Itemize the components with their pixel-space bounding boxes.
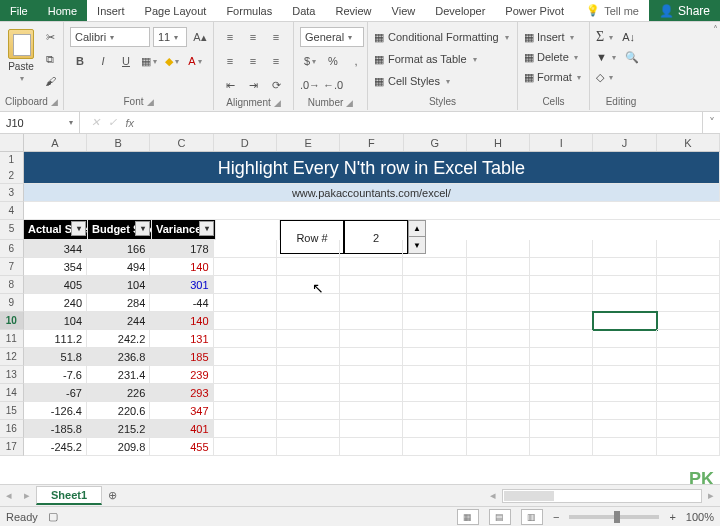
cell[interactable] <box>530 366 593 384</box>
cell[interactable] <box>657 348 720 366</box>
sheet-nav-prev[interactable]: ◂ <box>0 489 18 502</box>
cell[interactable] <box>403 240 466 258</box>
share-button[interactable]: 👤Share <box>649 0 720 21</box>
row-header[interactable]: 14 <box>0 384 24 402</box>
cell[interactable] <box>403 402 466 420</box>
cell[interactable] <box>403 348 466 366</box>
bold-button[interactable]: B <box>70 51 90 71</box>
cell[interactable] <box>657 240 720 258</box>
zoom-slider[interactable] <box>569 515 659 519</box>
cell[interactable] <box>340 384 403 402</box>
cell[interactable] <box>530 438 593 456</box>
cell[interactable] <box>657 438 720 456</box>
cell[interactable] <box>214 402 277 420</box>
tab-home[interactable]: Home <box>38 0 87 21</box>
cell[interactable] <box>593 366 656 384</box>
increase-decimal-button[interactable]: .0→ <box>300 75 320 95</box>
cell[interactable] <box>657 420 720 438</box>
cell[interactable] <box>277 402 340 420</box>
cell[interactable] <box>214 366 277 384</box>
cell[interactable] <box>593 240 656 258</box>
italic-button[interactable]: I <box>93 51 113 71</box>
row-header[interactable]: 4 <box>0 202 24 220</box>
cell[interactable] <box>340 258 403 276</box>
sheet-nav-next[interactable]: ▸ <box>18 489 36 502</box>
cell[interactable]: 226 <box>87 384 150 402</box>
find-select-button[interactable]: 🔍 <box>625 51 639 64</box>
expand-formula-bar-button[interactable]: ˅ <box>702 112 720 133</box>
percent-format-button[interactable]: % <box>323 51 343 71</box>
zoom-out-button[interactable]: − <box>553 511 559 523</box>
cell[interactable] <box>340 312 403 330</box>
col-header[interactable]: I <box>530 134 593 151</box>
cell[interactable] <box>340 276 403 294</box>
spinner-up-button[interactable]: ▲ <box>409 221 425 237</box>
row-header[interactable]: 10 <box>0 312 24 330</box>
number-launcher[interactable]: ◢ <box>346 98 353 108</box>
cell[interactable] <box>593 258 656 276</box>
cell[interactable] <box>277 294 340 312</box>
orientation-button[interactable]: ⟳ <box>266 75 286 95</box>
row-header[interactable]: 8 <box>0 276 24 294</box>
tab-power-pivot[interactable]: Power Pivot <box>495 0 574 21</box>
zoom-in-button[interactable]: + <box>669 511 675 523</box>
cell[interactable] <box>277 348 340 366</box>
cell[interactable] <box>593 276 656 294</box>
cell[interactable] <box>657 312 720 330</box>
cell[interactable]: 494 <box>87 258 150 276</box>
tab-file[interactable]: File <box>0 0 38 21</box>
col-header[interactable]: F <box>340 134 403 151</box>
delete-cells-button[interactable]: ▦Delete▾ <box>524 47 581 67</box>
font-size-combo[interactable]: 11▾ <box>153 27 187 47</box>
increase-font-button[interactable]: A▴ <box>190 27 210 47</box>
cell[interactable]: 140 <box>150 312 213 330</box>
row-header[interactable]: 3 <box>0 184 24 202</box>
align-top-button[interactable]: ≡ <box>220 27 240 47</box>
cell[interactable] <box>593 384 656 402</box>
cell[interactable]: 140 <box>150 258 213 276</box>
cell[interactable] <box>467 294 530 312</box>
tab-page-layout[interactable]: Page Layout <box>135 0 217 21</box>
cell-styles-button[interactable]: ▦Cell Styles▾ <box>374 71 509 91</box>
cell[interactable] <box>277 420 340 438</box>
cut-button[interactable]: ✂ <box>40 27 60 47</box>
cell[interactable] <box>214 258 277 276</box>
format-cells-button[interactable]: ▦Format▾ <box>524 67 581 87</box>
cell[interactable] <box>277 366 340 384</box>
row-header[interactable]: 11 <box>0 330 24 348</box>
fill-button[interactable]: ▼ <box>596 51 607 63</box>
col-header[interactable]: B <box>87 134 150 151</box>
cell[interactable]: 242.2 <box>87 330 150 348</box>
cell[interactable] <box>657 402 720 420</box>
cell[interactable] <box>403 420 466 438</box>
cell[interactable] <box>277 312 340 330</box>
tab-insert[interactable]: Insert <box>87 0 135 21</box>
macro-record-button[interactable]: ▢ <box>48 510 58 523</box>
cell[interactable] <box>467 420 530 438</box>
cell[interactable]: -185.8 <box>24 420 87 438</box>
cell[interactable] <box>214 348 277 366</box>
cell[interactable]: 455 <box>150 438 213 456</box>
cell[interactable]: -67 <box>24 384 87 402</box>
conditional-formatting-button[interactable]: ▦Conditional Formatting▾ <box>374 27 509 47</box>
cell[interactable] <box>277 258 340 276</box>
cell[interactable] <box>657 366 720 384</box>
paste-button[interactable]: Paste▾ <box>6 27 36 85</box>
select-all-corner[interactable] <box>0 134 24 151</box>
cell[interactable]: 347 <box>150 402 213 420</box>
cell[interactable] <box>467 348 530 366</box>
cell[interactable] <box>530 240 593 258</box>
cell[interactable]: -44 <box>150 294 213 312</box>
cell[interactable] <box>593 330 656 348</box>
format-painter-button[interactable]: 🖌 <box>40 71 60 91</box>
font-color-button[interactable]: A▾ <box>185 51 205 71</box>
cell[interactable]: 405 <box>24 276 87 294</box>
new-sheet-button[interactable]: ⊕ <box>102 489 122 502</box>
cell[interactable]: 209.8 <box>87 438 150 456</box>
align-left-button[interactable]: ≡ <box>220 51 240 71</box>
cell[interactable]: 401 <box>150 420 213 438</box>
tab-formulas[interactable]: Formulas <box>216 0 282 21</box>
cell[interactable] <box>467 258 530 276</box>
cell[interactable] <box>277 384 340 402</box>
cell[interactable] <box>530 348 593 366</box>
